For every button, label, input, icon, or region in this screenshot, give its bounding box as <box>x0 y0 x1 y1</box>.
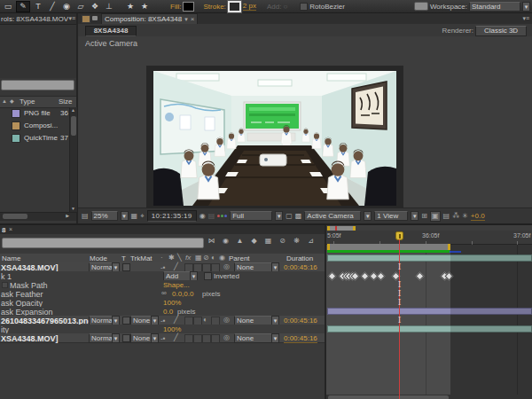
fill-swatch[interactable] <box>183 2 194 12</box>
link-dimensions-icon[interactable]: ∞ <box>161 290 167 297</box>
mode-column-header[interactable]: Mode <box>90 254 107 262</box>
motion-blur-icon[interactable]: ⊘ <box>277 237 288 245</box>
panel-menu-icon[interactable]: ▾≡ <box>522 15 529 21</box>
roto-brush-tool-icon[interactable]: ❖ <box>89 1 101 12</box>
brush-tool-icon[interactable]: ╱ <box>46 1 59 12</box>
composition-viewport[interactable]: Active Camera <box>79 36 531 207</box>
tab-close-icon[interactable]: × <box>191 16 195 23</box>
scroll-down-icon[interactable]: ▼ <box>71 207 75 211</box>
project-vertical-scrollbar[interactable]: ▲ ▼ <box>69 107 77 212</box>
parent-pickwhip-icon[interactable]: ◎ <box>223 263 230 270</box>
effect-sphere-icon[interactable]: ◐ <box>203 317 207 324</box>
scroll-right-icon[interactable]: ▶ <box>66 214 69 218</box>
work-area-bar[interactable] <box>327 244 450 250</box>
live-update-icon[interactable]: ◉ <box>220 237 231 245</box>
label-swatch[interactable] <box>12 109 20 118</box>
scrollbar-thumb[interactable] <box>328 395 449 399</box>
type-column-header[interactable]: Type <box>20 98 35 106</box>
name-column-header[interactable]: Name <box>2 254 20 262</box>
scrollbar-thumb[interactable] <box>71 116 76 136</box>
duration-column-header[interactable]: Duration <box>286 254 313 262</box>
show-snapshot-icon[interactable]: ▤ <box>208 213 215 220</box>
switch-box[interactable] <box>193 334 202 343</box>
frame-blending-icon[interactable]: ▦ <box>262 237 274 245</box>
switch-box[interactable] <box>184 334 193 343</box>
timeline-button-icon[interactable]: ▤ <box>443 213 450 220</box>
label-swatch[interactable] <box>12 121 20 130</box>
3d-view-dropdown-arrow[interactable]: ▾ <box>364 211 372 221</box>
3d-view-dropdown[interactable]: Active Camera <box>304 211 361 221</box>
workspace-dropdown[interactable]: Standard <box>469 2 520 12</box>
parent-pickwhip-icon[interactable]: ◎ <box>223 334 230 341</box>
graph-editor-icon[interactable]: ⊿ <box>305 237 317 245</box>
scrollbar-thumb[interactable] <box>3 214 27 219</box>
resolution-dropdown[interactable]: Full <box>230 211 272 221</box>
parent-column-header[interactable]: Parent <box>229 254 250 262</box>
safe-zones-icon[interactable]: ⌖ <box>140 213 145 220</box>
current-time-display[interactable]: 10:21:35:19 <box>147 210 197 222</box>
magnification-dropdown[interactable]: 25% <box>91 211 118 221</box>
rectangle-tool-icon[interactable]: ▭ <box>2 1 14 12</box>
tab-timeline[interactable]: 8 <box>2 226 5 234</box>
project-search-bar[interactable] <box>1 80 74 90</box>
timeline-horizontal-scrollbar[interactable] <box>326 395 532 399</box>
draft-3d-icon[interactable]: ▲ <box>234 237 246 245</box>
comp-name-button[interactable]: 8XSA4348 <box>85 26 137 36</box>
switch-box[interactable] <box>211 334 220 343</box>
type-tool-icon[interactable]: T <box>32 1 44 12</box>
renderer-button[interactable]: Classic 3D <box>475 26 527 36</box>
comp-image[interactable] <box>153 71 396 206</box>
snapshot-camera-icon[interactable]: ◉ <box>200 213 206 220</box>
size-column-header[interactable]: Size <box>59 98 73 106</box>
puppet-pin-tool-icon[interactable]: ⊥ <box>103 1 115 12</box>
blend-mode-arrow[interactable]: ▾ <box>112 333 120 343</box>
rotobezier-checkbox[interactable] <box>300 3 308 11</box>
region-of-interest-icon[interactable]: ▢ <box>286 213 293 220</box>
eraser-tool-icon[interactable]: ▱ <box>74 1 87 12</box>
exposure-value[interactable]: +0.0 <box>471 212 485 221</box>
inverted-checkbox[interactable] <box>204 272 212 280</box>
share-view-icon[interactable]: ⊞ <box>421 213 427 220</box>
lock-icon[interactable] <box>92 16 98 20</box>
always-preview-icon[interactable]: ▤ <box>82 213 89 220</box>
stroke-width-value[interactable]: 2 px <box>243 2 256 11</box>
quality-icon[interactable]: ╱ <box>174 334 178 341</box>
switch-box[interactable] <box>202 334 211 343</box>
transparency-grid-icon[interactable]: ▩ <box>295 213 302 220</box>
sort-ascending-icon[interactable]: ▲ <box>2 98 7 104</box>
project-horizontal-scrollbar[interactable]: ▶ <box>0 212 76 221</box>
hide-shy-layers-icon[interactable]: ◆ <box>248 237 260 245</box>
project-row[interactable]: QuickTime 37 <box>0 132 69 144</box>
scroll-up-icon[interactable]: ▲ <box>71 108 75 113</box>
resolution-dropdown-arrow[interactable]: ▾ <box>275 211 283 221</box>
tab-dropdown-icon[interactable]: ▾ <box>184 16 188 22</box>
magnification-dropdown-arrow[interactable]: ▾ <box>121 211 129 221</box>
view-layout-dropdown-arrow[interactable]: ▾ <box>411 211 419 221</box>
pen-tool-icon[interactable]: ✎ <box>16 1 30 12</box>
mini-flowchart-icon[interactable]: ⋈ <box>206 237 217 245</box>
timeline-search-input[interactable] <box>2 238 204 248</box>
time-ruler[interactable]: 5:05f 36:05f 37:05f <box>326 231 532 245</box>
preserve-transparency-checkbox[interactable] <box>122 317 130 325</box>
parent-dropdown[interactable]: None <box>234 333 275 343</box>
project-row[interactable]: Composi... <box>0 120 69 131</box>
preserve-transparency-checkbox[interactable] <box>122 334 130 342</box>
keyboard-shortcuts-icon[interactable] <box>414 2 428 11</box>
workspace-dropdown-arrow[interactable]: ▾ <box>522 2 530 12</box>
trkmat-column-header[interactable]: TrkMat <box>130 254 153 262</box>
view-layout-dropdown[interactable]: 1 View <box>374 211 408 221</box>
label-swatch[interactable] <box>12 134 20 143</box>
layer-name[interactable]: XSA4348.MOV] <box>1 334 59 343</box>
parent-arrow[interactable]: ▾ <box>271 333 279 343</box>
t-column-header[interactable]: T <box>121 254 126 262</box>
show-channels-icon[interactable] <box>217 215 227 217</box>
label-tag-icon[interactable]: ◆ <box>10 98 14 104</box>
quality-icon[interactable]: ╱ <box>174 263 178 270</box>
tab-effect-controls[interactable]: rols: 8XSA4348.MOV <box>1 15 68 23</box>
preserve-transparency-checkbox[interactable] <box>122 263 130 271</box>
trkmat-arrow[interactable]: ▾ <box>151 333 159 343</box>
layer-duration[interactable]: 0:00:45:16 <box>284 334 317 343</box>
flowchart-icon[interactable]: ⁂ <box>452 213 459 220</box>
panel-menu-icon[interactable]: ▾≡ <box>68 15 75 21</box>
mask-visibility-icon[interactable]: ▣ <box>430 211 441 222</box>
